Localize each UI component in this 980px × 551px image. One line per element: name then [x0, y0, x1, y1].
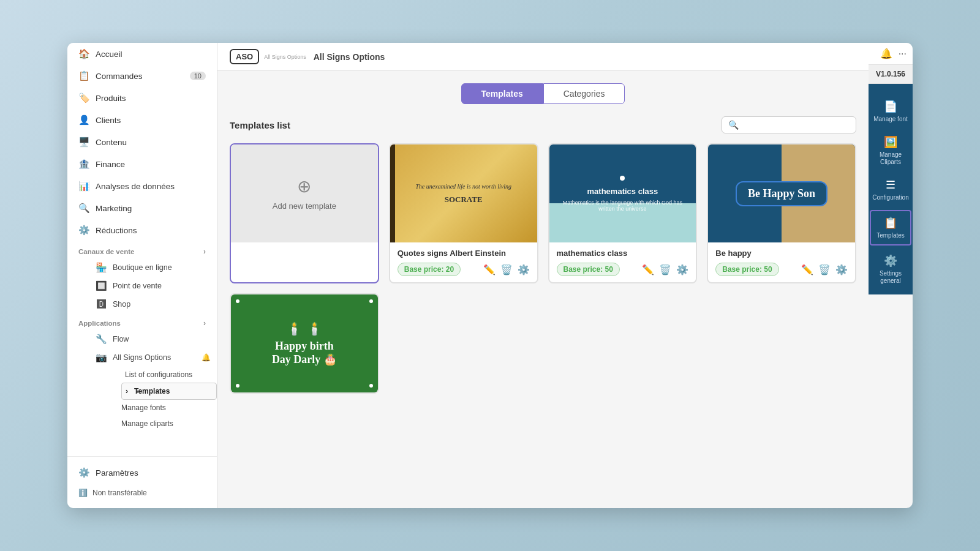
apps-sub: 🔧 Flow 📷 All Signs Options 🔔 List of con… — [67, 330, 217, 432]
aso-icon: 📷 — [96, 352, 107, 363]
info-icon: ℹ️ — [78, 489, 88, 497]
sidebar-item-flow[interactable]: 🔧 Flow — [89, 330, 217, 348]
sidebar-item-marketing[interactable]: 🔍 Marketing — [67, 197, 217, 219]
rs-label-templates: Templates — [876, 232, 905, 239]
finance-icon: 🏦 — [78, 159, 89, 170]
canaux-chevron: › — [203, 247, 206, 256]
sidebar-item-boutique[interactable]: 🏪 Boutique en ligne — [89, 258, 217, 277]
topbar-logo: ASO All Signs Options — [230, 49, 306, 64]
card-socrate-footer: Quotes signs Albert Einstein Base price:… — [390, 242, 537, 282]
sidebar-item-finance[interactable]: 🏦 Finance — [67, 153, 217, 175]
flow-icon: 🔧 — [96, 334, 107, 345]
logo-box: ASO — [230, 49, 259, 64]
sidebar-item-analyses[interactable]: 📊 Analyses de données — [67, 175, 217, 197]
bell-topbar-icon[interactable]: 🔔 — [880, 48, 892, 59]
card-math-title: mathematics class — [557, 249, 689, 258]
card-behappy-price: Base price: 50 — [715, 263, 778, 276]
sidebar-sub-aso: List of configurations › Templates — [89, 367, 217, 400]
delete-icon-math[interactable]: 🗑️ — [659, 264, 671, 276]
sidebar-item-reductions[interactable]: ⚙️ Réductions — [67, 219, 217, 241]
edit-icon-math[interactable]: ✏️ — [642, 264, 654, 276]
settings-icon-socrate[interactable]: ⚙️ — [518, 264, 530, 276]
topbar-title: All Signs Options — [314, 52, 385, 62]
tab-categories[interactable]: Categories — [543, 83, 625, 104]
preview-birthday: 🕯️ 🕯️ Happy birthDay Darly 🎂 — [231, 294, 378, 392]
settings-icon-math[interactable]: ⚙️ — [676, 264, 688, 276]
home-icon: 🏠 — [78, 48, 89, 59]
delete-icon-socrate[interactable]: 🗑️ — [500, 264, 513, 276]
delete-icon-behappy[interactable]: 🗑️ — [818, 264, 831, 276]
sidebar-item-pdv[interactable]: 🔲 Point de vente — [89, 277, 217, 295]
card-birthday-image: 🕯️ 🕯️ Happy birthDay Darly 🎂 — [231, 294, 378, 392]
sidebar-item-aso[interactable]: 📷 All Signs Options 🔔 — [89, 348, 217, 367]
more-icon[interactable]: ··· — [899, 48, 907, 59]
right-sidebar-wrapper: 🔔 ··· V1.0.156 📄 Manage font 🖼️ Manage C… — [869, 43, 913, 508]
card-socrate-title: Quotes signs Albert Einstein — [398, 249, 530, 258]
search-input[interactable] — [742, 121, 850, 130]
non-transferable-item: ℹ️ Non transférable — [67, 484, 217, 502]
content-area: Templates Categories Templates list 🔍 ⊕ … — [217, 71, 869, 508]
right-sidebar: 📄 Manage font 🖼️ Manage Cliparts ☰ Confi… — [869, 84, 913, 294]
add-template-label: Add new template — [273, 201, 336, 211]
templates-right-icon: 📋 — [884, 216, 897, 230]
card-behappy-icons: ✏️ 🗑️ ⚙️ — [801, 264, 848, 276]
sidebar-item-list-config[interactable]: List of configurations — [121, 367, 217, 383]
canaux-sub: 🏪 Boutique en ligne 🔲 Point de vente 🅳 S… — [67, 258, 217, 313]
rs-label-settings-general: Settings general — [871, 270, 910, 285]
main-content: ASO All Signs Options All Signs Options … — [217, 43, 869, 508]
edit-icon-behappy[interactable]: ✏️ — [801, 264, 813, 276]
settings-icon: ⚙️ — [78, 467, 89, 478]
add-template-card[interactable]: ⊕ Add new template — [230, 143, 379, 283]
manage-cliparts-icon: 🖼️ — [884, 135, 897, 149]
plus-icon: ⊕ — [297, 176, 311, 197]
settings-general-icon: ⚙️ — [884, 254, 897, 268]
card-socrate-image: The unexamined life is not worth living … — [390, 144, 537, 242]
sidebar-item-templates[interactable]: › Templates — [121, 383, 217, 400]
card-socrate: The unexamined life is not worth living … — [389, 143, 538, 283]
clients-icon: 👤 — [78, 114, 89, 126]
rs-item-manage-font[interactable]: 📄 Manage font — [869, 95, 913, 128]
sidebar-item-commandes[interactable]: 📋 Commandes 10 — [67, 65, 217, 87]
search-box[interactable]: 🔍 — [722, 116, 856, 133]
sidebar-item-manage-fonts[interactable]: Manage fonts — [89, 400, 217, 416]
tab-templates[interactable]: Templates — [461, 83, 543, 104]
configuration-icon: ☰ — [886, 178, 895, 192]
settings-icon-behappy[interactable]: ⚙️ — [835, 264, 848, 276]
rs-item-configuration[interactable]: ☰ Configuration — [869, 173, 913, 206]
sidebar-item-contenu[interactable]: 🖥️ Contenu — [67, 131, 217, 153]
rs-label-configuration: Configuration — [872, 194, 908, 201]
card-behappy-actions: Base price: 50 ✏️ 🗑️ ⚙️ — [715, 263, 848, 276]
products-icon: 🏷️ — [78, 92, 89, 103]
pdv-icon: 🔲 — [96, 280, 107, 291]
sidebar-item-manage-cliparts[interactable]: Manage cliparts — [89, 416, 217, 432]
orders-icon: 📋 — [78, 70, 89, 81]
preview-behappy: Be Happy Son — [708, 144, 855, 242]
analytics-icon: 📊 — [78, 181, 89, 192]
right-topbar: 🔔 ··· — [869, 43, 913, 65]
sidebar-item-produits[interactable]: 🏷️ Produits — [67, 87, 217, 109]
card-math-price: Base price: 50 — [557, 263, 620, 276]
sidebar-item-parametres[interactable]: ⚙️ Paramètres — [67, 462, 217, 484]
rs-label-manage-cliparts: Manage Cliparts — [871, 151, 910, 166]
rs-item-manage-cliparts[interactable]: 🖼️ Manage Cliparts — [869, 130, 913, 171]
search-icon: 🔍 — [728, 120, 739, 130]
card-birthday: 🕯️ 🕯️ Happy birthDay Darly 🎂 — [230, 293, 379, 394]
manage-font-icon: 📄 — [884, 100, 897, 113]
apps-chevron: › — [203, 319, 206, 328]
edit-icon-socrate[interactable]: ✏️ — [483, 264, 496, 276]
card-math-icons: ✏️ 🗑️ ⚙️ — [642, 264, 688, 276]
shop-icon: 🅳 — [96, 299, 107, 309]
cards-grid: ⊕ Add new template The unexamined life i… — [230, 143, 856, 394]
sidebar-item-accueil[interactable]: 🏠 Accueil — [67, 43, 217, 65]
topbar: ASO All Signs Options All Signs Options — [217, 43, 869, 71]
sidebar-item-shop[interactable]: 🅳 Shop — [89, 295, 217, 313]
templates-header: Templates list 🔍 — [230, 116, 856, 133]
apps-section-label[interactable]: Applications › — [67, 313, 217, 330]
rs-item-settings-general[interactable]: ⚙️ Settings general — [869, 249, 913, 290]
rs-item-templates[interactable]: 📋 Templates — [870, 210, 911, 246]
add-template-image[interactable]: ⊕ Add new template — [231, 144, 378, 242]
canaux-section-label[interactable]: Canaux de vente › — [67, 241, 217, 258]
reductions-icon: ⚙️ — [78, 225, 89, 236]
sidebar-bottom: ⚙️ Paramètres ℹ️ Non transférable — [67, 456, 217, 502]
sidebar-item-clients[interactable]: 👤 Clients — [67, 109, 217, 131]
